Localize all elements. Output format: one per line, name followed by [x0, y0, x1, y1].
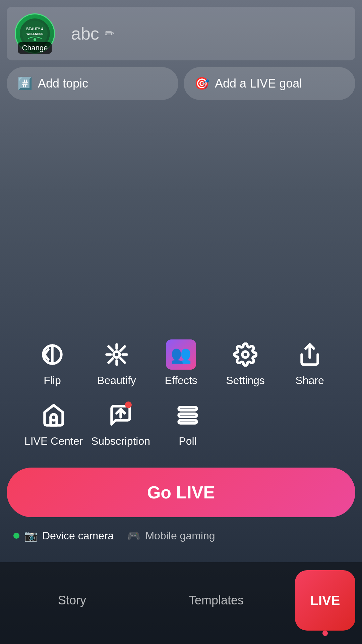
change-label[interactable]: Change: [18, 42, 52, 54]
avatar-container[interactable]: BEAUTY & WELLNESS Change: [15, 13, 55, 54]
effects-label: Effects: [165, 374, 197, 387]
gaming-icon: 🎮: [127, 529, 140, 542]
green-dot: [13, 533, 19, 539]
notification-dot: [125, 401, 132, 408]
subscription-icon: [106, 400, 136, 430]
story-nav-item[interactable]: Story: [0, 593, 144, 607]
hashtag-icon: #️⃣: [17, 76, 33, 91]
live-center-icon: [39, 400, 69, 430]
add-topic-button[interactable]: #️⃣ Add topic: [7, 67, 178, 100]
camera-icon: 📷: [24, 529, 38, 542]
bottom-section: Flip Beautify 👥 Effects: [0, 333, 362, 562]
top-bar: BEAUTY & WELLNESS Change abc ✏: [0, 0, 362, 60]
controls-row-1: Flip Beautify 👥 Effects: [7, 333, 355, 393]
svg-point-6: [242, 352, 248, 358]
profile-section: BEAUTY & WELLNESS Change: [7, 7, 63, 60]
live-center-control[interactable]: LIVE Center: [20, 400, 87, 447]
flip-label: Flip: [44, 374, 61, 387]
device-camera-option[interactable]: 📷 Device camera: [13, 529, 114, 542]
beautify-label: Beautify: [97, 374, 136, 387]
svg-point-5: [114, 352, 120, 358]
bottom-nav: Story Templates LIVE: [0, 562, 362, 644]
title-section[interactable]: abc ✏: [63, 7, 355, 60]
templates-nav-item[interactable]: Templates: [144, 593, 288, 607]
svg-rect-10: [179, 414, 197, 417]
stream-title: abc: [71, 23, 99, 44]
add-goal-label: Add a LIVE goal: [215, 76, 302, 91]
poll-label: Poll: [179, 435, 196, 447]
story-label: Story: [58, 593, 86, 607]
settings-control[interactable]: Settings: [213, 339, 278, 387]
subscription-label: Subscription: [91, 435, 150, 447]
flip-icon: [37, 339, 67, 370]
subscription-control[interactable]: Subscription: [87, 400, 154, 447]
beautify-control[interactable]: Beautify: [84, 339, 149, 387]
camera-options: 📷 Device camera 🎮 Mobile gaming: [7, 529, 355, 542]
svg-text:BEAUTY &: BEAUTY &: [26, 27, 44, 31]
edit-icon[interactable]: ✏: [105, 26, 115, 41]
settings-label: Settings: [226, 374, 265, 387]
beautify-icon: [102, 339, 132, 370]
share-icon: [295, 339, 325, 370]
mobile-gaming-option[interactable]: 🎮 Mobile gaming: [127, 529, 215, 542]
svg-text:WELLNESS: WELLNESS: [26, 32, 43, 36]
svg-rect-11: [179, 420, 197, 423]
live-center-label: LIVE Center: [24, 435, 83, 447]
poll-control[interactable]: Poll: [154, 400, 221, 447]
target-icon: 🎯: [194, 76, 209, 91]
live-nav-item[interactable]: LIVE: [288, 570, 362, 631]
add-goal-button[interactable]: 🎯 Add a LIVE goal: [184, 67, 355, 100]
content-spacer: [0, 100, 362, 333]
svg-rect-9: [179, 407, 197, 410]
live-btn-label: LIVE: [310, 593, 340, 608]
live-button[interactable]: LIVE: [295, 570, 355, 631]
flip-control[interactable]: Flip: [20, 339, 84, 387]
effects-icon: 👥: [166, 339, 196, 370]
live-btn-dot: [322, 631, 328, 636]
effects-thumbnail: 👥: [166, 339, 196, 370]
mobile-gaming-label: Mobile gaming: [145, 530, 215, 542]
poll-icon: [173, 400, 203, 430]
effects-control[interactable]: 👥 Effects: [149, 339, 213, 387]
add-topic-label: Add topic: [38, 76, 88, 91]
templates-label: Templates: [189, 593, 244, 607]
device-camera-label: Device camera: [42, 530, 114, 542]
controls-grid: Flip Beautify 👥 Effects: [7, 333, 355, 454]
controls-row-2: LIVE Center Subscription: [7, 393, 355, 454]
settings-icon: [230, 339, 260, 370]
action-buttons: #️⃣ Add topic 🎯 Add a LIVE goal: [0, 60, 362, 100]
share-label: Share: [295, 374, 324, 387]
svg-point-3: [34, 38, 36, 41]
go-live-button[interactable]: Go LIVE: [7, 468, 355, 517]
share-control[interactable]: Share: [278, 339, 342, 387]
